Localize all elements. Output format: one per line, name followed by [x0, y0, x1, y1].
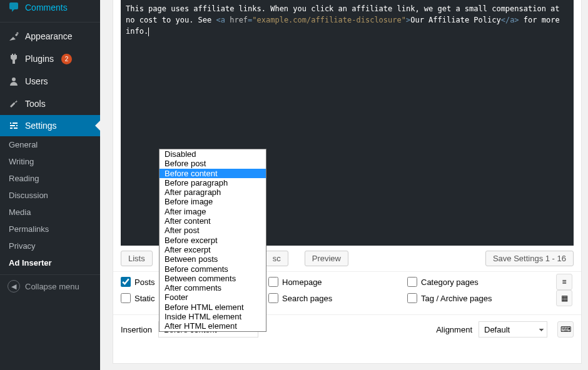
sidebar-item-settings[interactable]: Settings — [0, 115, 100, 136]
sidebar-sub-discussion[interactable]: Discussion — [0, 187, 100, 204]
tools-icon — [8, 98, 20, 110]
dropdown-item[interactable]: Between posts — [160, 254, 266, 264]
dropdown-item[interactable]: Footer — [160, 292, 266, 302]
plugins-icon — [8, 52, 20, 65]
search-checkbox[interactable] — [268, 293, 278, 303]
sidebar-item-appearance[interactable]: Appearance — [0, 25, 100, 48]
sidebar-label: Tools — [25, 99, 46, 109]
admin-sidebar: Comments Appearance Plugins 2 Users Tool… — [0, 0, 100, 370]
collapse-menu[interactable]: ◀ Collapse menu — [0, 274, 100, 298]
sidebar-item-users[interactable]: Users — [0, 70, 100, 92]
sidebar-sub-media[interactable]: Media — [0, 204, 100, 221]
preview-button[interactable]: Preview — [305, 251, 348, 266]
sidebar-sub-permalinks[interactable]: Permalinks — [0, 221, 100, 238]
sidebar-item-plugins[interactable]: Plugins 2 — [0, 48, 100, 70]
settings-icon — [8, 119, 20, 132]
dropdown-item[interactable]: Before paragraph — [160, 178, 266, 188]
dropdown-item[interactable]: Before comments — [160, 264, 266, 274]
sidebar-item-comments[interactable]: Comments — [0, 0, 100, 19]
collapse-icon: ◀ — [8, 280, 20, 292]
sidebar-sub-reading[interactable]: Reading — [0, 170, 100, 187]
dropdown-item[interactable]: After post — [160, 226, 266, 235]
dropdown-item[interactable]: After comments — [160, 283, 266, 292]
dropdown-item[interactable]: After HTML element — [160, 321, 266, 331]
sidebar-label: Plugins — [25, 54, 54, 64]
alignment-label: Alignment — [436, 325, 472, 334]
option-tag[interactable]: Tag / Archive pages — [407, 293, 539, 303]
dropdown-item[interactable]: Before post — [160, 159, 266, 168]
dropdown-item[interactable]: Between comments — [160, 274, 266, 283]
dropdown-item[interactable]: Inside HTML element — [160, 312, 266, 321]
update-badge: 2 — [61, 54, 72, 64]
dropdown-item[interactable]: Before content — [160, 169, 266, 178]
keyboard-icon-button[interactable]: ⌨ — [557, 321, 574, 338]
sidebar-sub-adinserter[interactable]: Ad Inserter — [0, 254, 100, 271]
grid-icon-button[interactable]: ▦ — [556, 290, 572, 306]
dropdown-item[interactable]: Before image — [160, 197, 266, 206]
sidebar-sub-writing[interactable]: Writing — [0, 153, 100, 170]
alignment-select[interactable]: Default — [479, 321, 547, 338]
lists-button[interactable]: Lists — [121, 251, 153, 266]
insertion-dropdown[interactable]: DisabledBefore postBefore contentBefore … — [159, 149, 266, 332]
dropdown-item[interactable]: After content — [160, 216, 266, 226]
dropdown-item[interactable]: After image — [160, 207, 266, 216]
static-checkbox[interactable] — [121, 293, 131, 303]
comments-icon — [8, 1, 20, 14]
sidebar-item-tools[interactable]: Tools — [0, 92, 100, 115]
category-checkbox[interactable] — [407, 277, 417, 287]
sidebar-label: Settings — [25, 121, 57, 131]
dropdown-item[interactable]: After excerpt — [160, 245, 266, 254]
save-button[interactable]: Save Settings 1 - 16 — [485, 251, 574, 266]
homepage-checkbox[interactable] — [268, 277, 278, 287]
sidebar-label: Users — [25, 76, 48, 86]
option-search[interactable]: Search pages — [268, 293, 400, 303]
dropdown-item[interactable]: Before excerpt — [160, 236, 266, 245]
appearance-icon — [8, 30, 20, 42]
sidebar-sub-general[interactable]: General — [0, 136, 100, 153]
sidebar-sub-privacy[interactable]: Privacy — [0, 238, 100, 254]
svg-point-0 — [12, 78, 16, 81]
sc-button[interactable]: sc — [265, 251, 288, 266]
dropdown-item[interactable]: After paragraph — [160, 188, 266, 197]
list-icon-button[interactable]: ≡ — [556, 274, 572, 290]
users-icon — [8, 75, 20, 88]
option-homepage[interactable]: Homepage — [268, 277, 400, 287]
option-category[interactable]: Category pages — [407, 277, 539, 287]
sidebar-label: Appearance — [25, 31, 73, 41]
tag-checkbox[interactable] — [407, 293, 417, 303]
collapse-label: Collapse menu — [25, 282, 79, 291]
dropdown-item[interactable]: Before HTML element — [160, 302, 266, 312]
insertion-label: Insertion — [121, 325, 152, 334]
posts-checkbox[interactable] — [121, 277, 131, 287]
dropdown-item[interactable]: Disabled — [160, 149, 266, 159]
sidebar-label: Comments — [25, 2, 68, 12]
